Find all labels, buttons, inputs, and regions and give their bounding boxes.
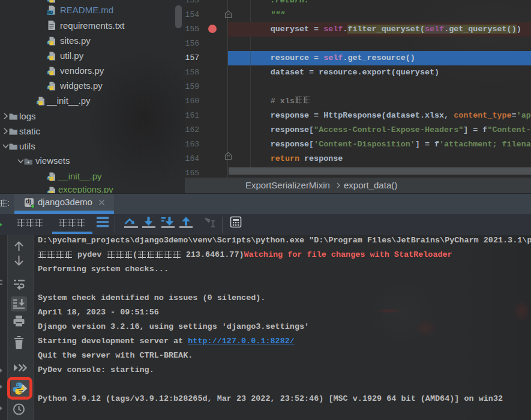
- svg-text:MD: MD: [47, 10, 53, 14]
